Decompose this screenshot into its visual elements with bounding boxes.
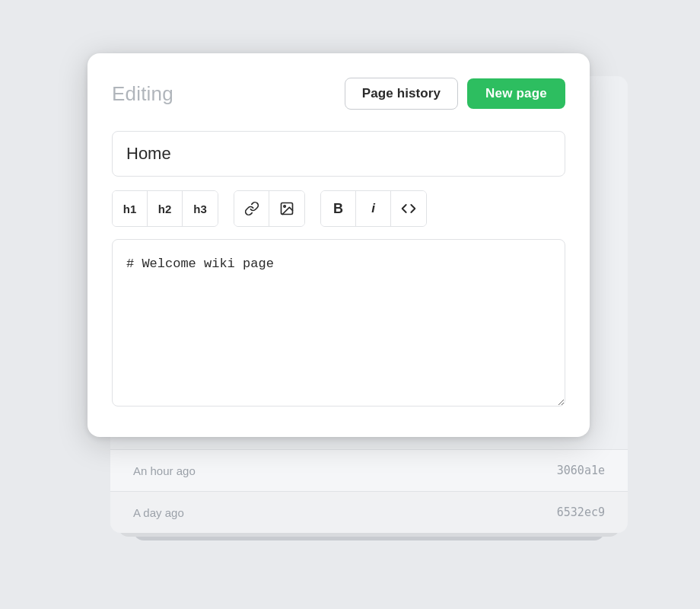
italic-button[interactable]: i xyxy=(356,191,391,226)
link-icon xyxy=(244,201,259,216)
page-history-button[interactable]: Page history xyxy=(345,78,458,110)
content-textarea[interactable]: # Welcome wiki page xyxy=(112,239,565,407)
history-rows: An hour ago 3060a1e A day ago 6532ec9 xyxy=(110,449,628,533)
image-icon xyxy=(279,201,294,216)
heading-toolbar-group: h1 h2 h3 xyxy=(112,190,218,227)
code-button[interactable] xyxy=(391,191,426,226)
new-page-button[interactable]: New page xyxy=(467,78,565,109)
history-time-2: A day ago xyxy=(133,506,184,519)
history-hash-1: 3060a1e xyxy=(557,464,605,477)
link-button[interactable] xyxy=(234,191,269,226)
title-input-wrap xyxy=(112,131,565,177)
format-toolbar-group: B i xyxy=(320,190,427,227)
header-row: Editing Page history New page xyxy=(112,78,565,110)
svg-point-1 xyxy=(284,206,286,208)
bold-button[interactable]: B xyxy=(321,191,356,226)
toolbar: h1 h2 h3 B i xyxy=(112,190,565,227)
media-toolbar-group xyxy=(234,190,305,227)
main-editing-card: Editing Page history New page h1 h2 h3 xyxy=(88,53,590,437)
h1-button[interactable]: h1 xyxy=(113,191,148,226)
header-actions: Page history New page xyxy=(345,78,565,110)
history-row[interactable]: A day ago 6532ec9 xyxy=(110,491,628,533)
code-icon xyxy=(401,201,416,216)
history-time-1: An hour ago xyxy=(133,464,196,477)
history-row[interactable]: An hour ago 3060a1e xyxy=(110,449,628,491)
title-input[interactable] xyxy=(112,131,565,177)
history-hash-2: 6532ec9 xyxy=(557,505,605,519)
image-button[interactable] xyxy=(269,191,304,226)
h3-button[interactable]: h3 xyxy=(183,191,218,226)
editing-label: Editing xyxy=(112,82,173,106)
h2-button[interactable]: h2 xyxy=(148,191,183,226)
